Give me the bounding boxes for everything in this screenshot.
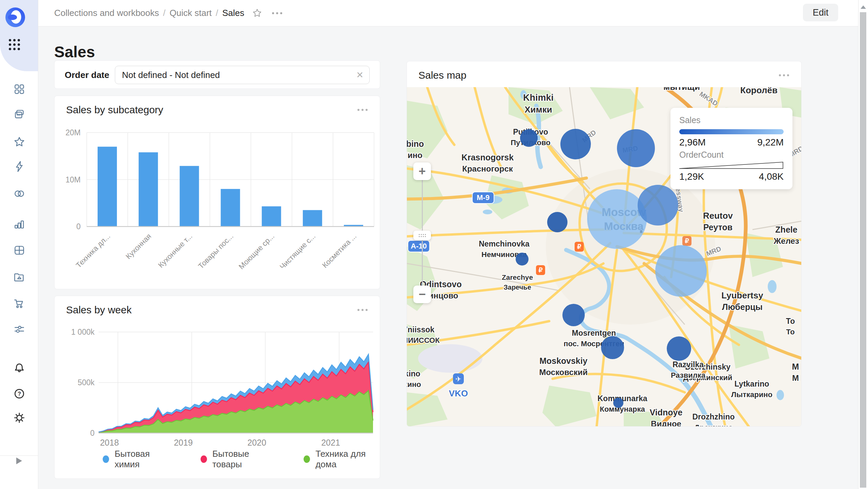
- svg-text:Химки: Химки: [524, 104, 552, 115]
- dashboards-icon[interactable]: [13, 244, 26, 257]
- more-menu-icon[interactable]: [272, 12, 282, 14]
- legend-label: Бытовая химия: [115, 449, 169, 470]
- map-zoom-in-button[interactable]: +: [413, 162, 431, 180]
- svg-text:Nemchinovka: Nemchinovka: [479, 239, 530, 248]
- edit-button[interactable]: Edit: [803, 4, 838, 21]
- svg-text:Khimki: Khimki: [523, 93, 554, 103]
- svg-text:Дрожжино: Дрожжино: [694, 423, 733, 427]
- svg-text:1 000k: 1 000k: [71, 328, 95, 336]
- breadcrumb: Collections and workbooks / Quick start …: [54, 8, 244, 18]
- svg-text:M-9: M-9: [477, 193, 490, 202]
- svg-text:Lytkarino: Lytkarino: [735, 379, 769, 388]
- map-zoom-out-button[interactable]: −: [413, 286, 431, 303]
- scrollbar-thumb[interactable]: [860, 12, 866, 488]
- map-city-area: [546, 169, 715, 325]
- objects-grid-icon[interactable]: [13, 83, 26, 96]
- svg-text:Косметика ...: Косметика ...: [321, 232, 358, 270]
- page-title: Sales: [54, 43, 95, 61]
- svg-text:Кухонные т...: Кухонные т...: [157, 232, 194, 269]
- map-zoom-handle[interactable]: [413, 231, 431, 240]
- svg-text:Московский: Московский: [539, 368, 587, 377]
- favorite-star-icon[interactable]: [252, 8, 263, 19]
- datalens-logo-icon[interactable]: [5, 7, 25, 27]
- svg-text:2020: 2020: [247, 438, 266, 447]
- favorites-star-icon[interactable]: [13, 136, 26, 149]
- legend-item[interactable]: Бытовые товары: [201, 449, 272, 470]
- help-icon[interactable]: ?: [13, 387, 26, 400]
- topbar: Collections and workbooks / Quick start …: [38, 0, 859, 26]
- svg-text:500k: 500k: [78, 378, 95, 387]
- map-legend-panel: Sales 2,96M 9,22M OrderCount 1,29K 4,08K: [670, 108, 792, 189]
- svg-text:M: M: [792, 362, 799, 371]
- legend-item[interactable]: Техника для дома: [304, 449, 380, 470]
- scrollbar-up-arrow-icon[interactable]: [861, 5, 866, 9]
- sales-map-card: Sales map: [407, 61, 802, 427]
- svg-text:Vidnoye: Vidnoye: [650, 408, 683, 417]
- svg-text:VKO: VKO: [449, 388, 468, 398]
- datasets-folder-icon[interactable]: [13, 271, 26, 284]
- svg-text:kino: kino: [407, 369, 420, 378]
- breadcrumb-separator: /: [163, 8, 165, 18]
- date-range-field: ✕: [115, 66, 370, 84]
- svg-text:кино: кино: [407, 380, 421, 389]
- legend-item[interactable]: Бытовая химия: [103, 449, 169, 470]
- sidebar-divider: [0, 455, 38, 456]
- ordercount-min-value: 1,29K: [679, 171, 704, 182]
- legend-label: Техника для дома: [315, 449, 380, 470]
- svg-text:Королёв: Королёв: [740, 87, 778, 95]
- svg-text:20M: 20M: [65, 128, 81, 137]
- svg-text:2018: 2018: [100, 438, 119, 447]
- svg-text:Лыткарино: Лыткарино: [731, 390, 772, 399]
- svg-text:Mosrentgen: Mosrentgen: [572, 329, 616, 337]
- svg-text:Видное: Видное: [651, 419, 681, 427]
- svg-text:Товары пос...: Товары пос...: [197, 232, 235, 270]
- svg-text:Zarechye: Zarechye: [502, 273, 533, 281]
- svg-text:Техника дл...: Техника дл...: [74, 232, 112, 270]
- connections-icon[interactable]: [13, 187, 26, 200]
- ordercount-wedge: [679, 161, 784, 169]
- svg-text:Люберцы: Люберцы: [722, 302, 763, 312]
- service-settings-sliders-icon[interactable]: [13, 323, 26, 336]
- svg-text:Заречье: Заречье: [503, 283, 531, 291]
- svg-text:₽: ₽: [538, 267, 542, 274]
- bar-chart: 20M10M0Техника дл...КухоннаяКухонные т..…: [55, 96, 380, 290]
- filter-label: Order date: [65, 61, 109, 89]
- svg-text:Lyubertsy: Lyubertsy: [721, 290, 763, 300]
- date-range-input[interactable]: [115, 66, 370, 84]
- datalens-dashboard: ? Collections and workbooks / Quick star…: [0, 0, 868, 489]
- notifications-bell-icon[interactable]: [13, 362, 26, 375]
- svg-text:✈: ✈: [455, 375, 461, 383]
- svg-text:М: М: [792, 373, 799, 383]
- sales-gradient-bar: [679, 129, 784, 134]
- svg-text:0: 0: [76, 222, 81, 231]
- legend-sales-label: Sales: [679, 115, 784, 125]
- svg-text:10M: 10M: [65, 175, 81, 184]
- svg-text:2021: 2021: [321, 438, 340, 447]
- sales-by-subcategory-card: Sales by subcategory 20M10M0Техника дл..…: [54, 96, 380, 289]
- svg-text:Reutov: Reutov: [703, 211, 733, 221]
- svg-text:Moskovskiy: Moskovskiy: [539, 356, 587, 366]
- svg-text:Желез: Желез: [773, 236, 799, 246]
- clear-filter-icon[interactable]: ✕: [356, 70, 364, 80]
- svg-text:Реутов: Реутов: [703, 222, 732, 232]
- app-switcher-icon[interactable]: [9, 39, 20, 51]
- sidebar-expand-icon[interactable]: [15, 457, 23, 466]
- svg-text:0: 0: [90, 429, 95, 437]
- settings-gear-icon[interactable]: [13, 411, 26, 424]
- svg-text:Vniissok: Vniissok: [407, 325, 434, 334]
- collections-icon[interactable]: [13, 108, 26, 121]
- map-menu-icon[interactable]: [779, 74, 789, 76]
- sales-min-value: 2,96M: [679, 137, 706, 148]
- map-viewport[interactable]: ₽ ₽ ₽ ✈ VKO M-9А-10 MKADMRDMRDMRDMRDress…: [407, 87, 802, 427]
- svg-text:?: ?: [18, 391, 21, 397]
- dashboard-content: Sales Order date ✕ Sales by subcategory …: [38, 26, 859, 489]
- svg-text:₽: ₽: [577, 243, 581, 250]
- breadcrumb-quick-start[interactable]: Quick start: [170, 8, 212, 18]
- shortcuts-bolt-icon[interactable]: [13, 160, 26, 173]
- breadcrumb-collections[interactable]: Collections and workbooks: [54, 8, 159, 18]
- svg-text:₽: ₽: [685, 237, 689, 244]
- charts-icon[interactable]: [13, 218, 26, 231]
- page-scrollbar[interactable]: [858, 0, 868, 489]
- marketplace-cart-icon[interactable]: [13, 297, 26, 310]
- ordercount-max-value: 4,08K: [759, 171, 784, 182]
